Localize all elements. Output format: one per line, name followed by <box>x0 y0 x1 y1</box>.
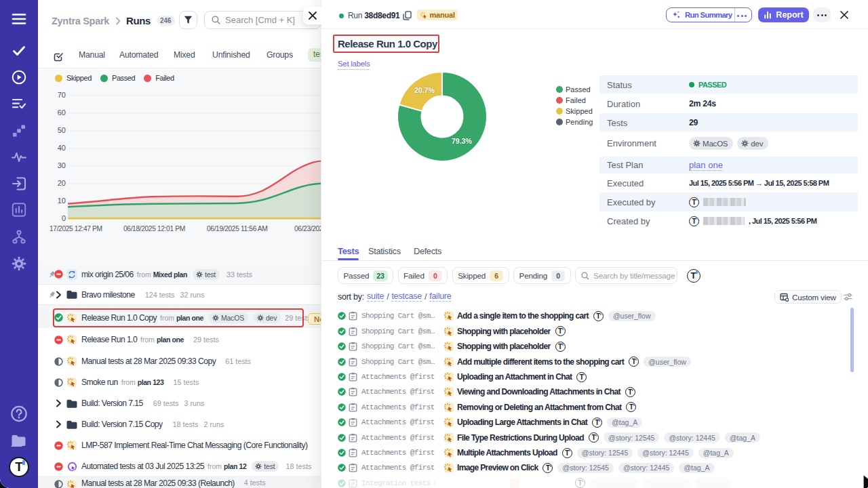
svg-text:20.7%: 20.7% <box>414 86 435 94</box>
svg-text:79.3%: 79.3% <box>452 137 472 145</box>
